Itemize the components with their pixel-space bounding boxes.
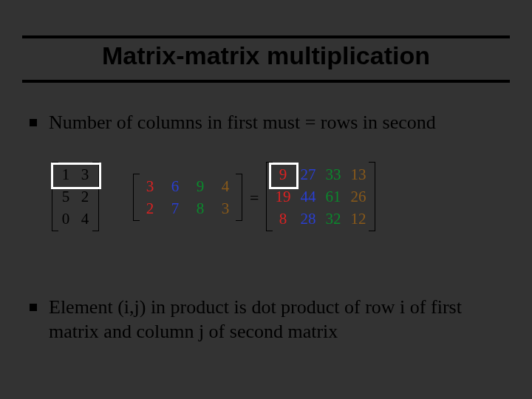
matrix-a-cell: 4 [75,208,95,230]
bullet-1: Number of columns in first must = rows i… [30,111,502,135]
matrix-a-cell: 2 [75,185,95,208]
matrix-c-cell: 27 [296,163,321,185]
title-rule-top [22,35,510,38]
slide-title: Matrix-matrix multiplication [0,41,532,70]
equals-sign: = [250,188,259,208]
matrix-c-cell: 19 [270,185,296,208]
matrix-b-bracket: 36942783 [133,174,242,221]
matrix-c-cell: 32 [321,208,346,230]
matrix-a-cell: 5 [56,185,75,208]
matrix-a: 135204 [52,162,99,231]
matrix-c-cell: 33 [321,163,346,185]
matrix-c-cell: 12 [346,208,371,230]
matrix-c-cell: 44 [296,185,321,208]
title-rule-bottom [22,80,510,83]
bullet-square-icon [30,304,37,311]
matrix-b-cell: 6 [163,175,188,197]
matrix-a-cell: 1 [56,163,75,185]
matrix-b: 36942783 [133,174,242,221]
matrix-c: 9273313194461268283212 [266,162,375,231]
matrix-b-cell: 4 [213,175,238,197]
matrix-b-cell: 9 [188,175,213,197]
matrix-b-cell: 8 [188,197,213,219]
matrix-b-cell: 2 [137,197,163,219]
matrix-c-bracket: 9273313194461268283212 [266,162,375,231]
bullet-1-text: Number of columns in first must = rows i… [49,111,502,135]
slide: Matrix-matrix multiplication Number of c… [0,0,532,399]
matrix-b-cell: 3 [137,175,163,197]
matrix-a-cell: 0 [56,208,75,230]
matrix-c-cell: 61 [321,185,346,208]
bullet-2: Element (i,j) in product is dot product … [30,296,502,344]
matrix-a-cell: 3 [75,163,95,185]
matrix-c-cell: 13 [346,163,371,185]
matrix-c-cell: 26 [346,185,371,208]
matrix-c-cell: 8 [270,208,296,230]
matrix-c-cell: 28 [296,208,321,230]
matrix-b-cell: 7 [163,197,188,219]
bullet-square-icon [30,119,37,126]
bullet-2-text: Element (i,j) in product is dot product … [49,296,502,344]
matrix-a-bracket: 135204 [52,162,99,231]
matrix-b-cell: 3 [213,197,238,219]
equation-area: 135204 36942783 = 9273313194461268283212 [44,151,488,248]
matrix-c-cell: 9 [270,163,296,185]
